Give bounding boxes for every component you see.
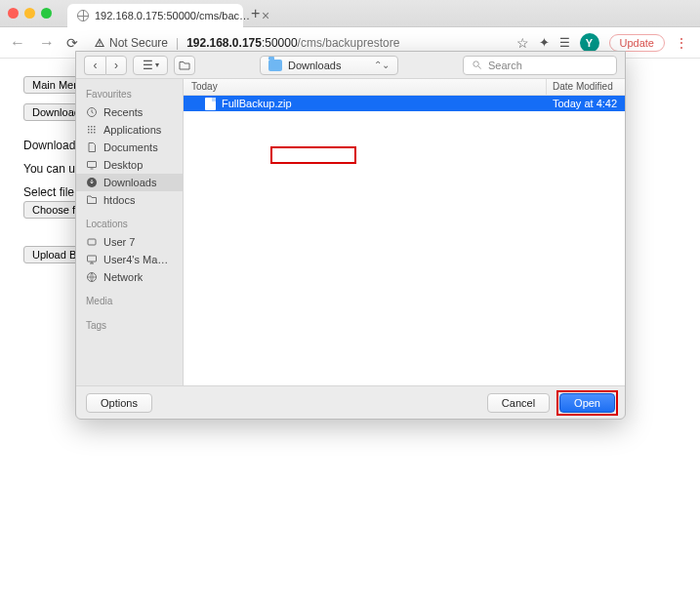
maximize-window-button[interactable]: [41, 8, 52, 19]
sidebar-loc-network[interactable]: Network: [76, 268, 183, 286]
file-icon: [205, 98, 216, 110]
not-secure-label: Not Secure: [109, 36, 168, 50]
close-tab-icon[interactable]: ×: [262, 8, 269, 23]
bookmark-icon[interactable]: ☆: [516, 35, 529, 51]
extensions-icon[interactable]: ✦: [539, 35, 550, 50]
sidebar-fav-htdocs[interactable]: htdocs: [76, 191, 183, 209]
back-button[interactable]: ←: [8, 34, 27, 52]
update-button[interactable]: Update: [609, 34, 665, 52]
globe-icon: [77, 10, 89, 21]
column-date[interactable]: Date Modified: [547, 79, 625, 95]
location-label: Downloads: [288, 60, 341, 71]
search-icon: [472, 60, 482, 70]
sidebar-heading-tags: Tags: [76, 316, 183, 335]
close-window-button[interactable]: [8, 8, 19, 19]
dialog-search-field[interactable]: Search: [463, 56, 617, 75]
sidebar-loc-user-7[interactable]: User 7: [76, 233, 183, 251]
file-list: Today Date Modified FullBackup.zip Today…: [184, 79, 625, 385]
location-popup[interactable]: Downloads ⌃⌄: [260, 56, 398, 75]
sidebar-item-label: Applications: [103, 124, 161, 136]
url-separator: |: [176, 36, 179, 50]
sidebar-heading-favourites: Favourites: [76, 85, 183, 103]
toolbar-right: ☆ ✦ ☰ Y Update ⋮: [516, 33, 688, 53]
sidebar-item-label: Network: [103, 271, 143, 283]
download-icon: [86, 177, 98, 188]
file-list-header: Today Date Modified: [184, 79, 625, 96]
menu-icon[interactable]: ⋮: [675, 35, 688, 51]
file-open-dialog: ‹ › ☰ ▾ Downloads ⌃⌄ Search Favourites R…: [75, 51, 626, 420]
view-mode-button[interactable]: ☰ ▾: [133, 56, 168, 75]
security-indicator[interactable]: Not Secure: [94, 36, 168, 50]
open-button[interactable]: Open: [559, 393, 615, 413]
forward-button[interactable]: →: [37, 34, 57, 52]
disk-icon: [86, 236, 98, 248]
options-button[interactable]: Options: [86, 393, 152, 413]
monitor-icon: [86, 254, 98, 265]
desktop-icon: [86, 159, 98, 171]
sidebar-fav-documents[interactable]: Documents: [76, 139, 183, 156]
sidebar-item-label: Desktop: [103, 159, 143, 171]
sidebar-loc-user4-s-mac-m-[interactable]: User4's Mac m…: [76, 251, 183, 268]
reload-button[interactable]: ⟳: [66, 35, 78, 51]
svg-rect-3: [88, 162, 97, 168]
warning-icon: [94, 37, 105, 49]
nav-forward-button[interactable]: ›: [105, 56, 127, 75]
globe-icon: [86, 271, 98, 283]
sidebar-heading-media: Media: [76, 292, 183, 310]
address-bar[interactable]: Not Secure | 192.168.0.175:50000/cms/bac…: [88, 36, 507, 50]
sidebar-fav-desktop[interactable]: Desktop: [76, 156, 183, 174]
sidebar-fav-applications[interactable]: Applications: [76, 121, 183, 139]
search-placeholder: Search: [488, 60, 522, 71]
svg-line-1: [478, 66, 481, 69]
svg-point-0: [474, 61, 479, 67]
svg-rect-6: [88, 256, 97, 262]
clock-icon: [86, 106, 98, 118]
sidebar-item-label: User 7: [103, 236, 135, 248]
sidebar-item-label: Documents: [103, 141, 158, 153]
file-date: Today at 4:42: [547, 98, 625, 109]
file-row-selected[interactable]: FullBackup.zip Today at 4:42: [184, 96, 625, 111]
minimize-window-button[interactable]: [24, 8, 35, 19]
tab-title: 192.168.0.175:50000/cms/bac…: [95, 10, 250, 21]
profile-avatar[interactable]: Y: [580, 33, 599, 53]
dialog-main: Favourites RecentsApplicationsDocumentsD…: [76, 79, 625, 385]
chevron-updown-icon: ⌃⌄: [374, 60, 390, 70]
sidebar-heading-locations: Locations: [76, 215, 183, 233]
file-name: FullBackup.zip: [222, 98, 292, 109]
url-text: 192.168.0.175:50000/cms/backuprestore: [186, 36, 399, 50]
nav-back-button[interactable]: ‹: [84, 56, 105, 75]
sidebar-item-label: User4's Mac m…: [103, 254, 173, 265]
folder-icon: [86, 194, 98, 206]
new-tab-button[interactable]: +: [251, 5, 260, 22]
doc-icon: [86, 141, 98, 153]
dialog-toolbar: ‹ › ☰ ▾ Downloads ⌃⌄ Search: [76, 52, 625, 79]
dialog-sidebar: Favourites RecentsApplicationsDocumentsD…: [76, 79, 184, 385]
sidebar-fav-recents[interactable]: Recents: [76, 103, 183, 121]
dialog-footer: Options Cancel Open: [76, 385, 625, 419]
svg-rect-5: [88, 239, 96, 245]
reading-list-icon[interactable]: ☰: [559, 36, 570, 50]
column-name[interactable]: Today: [184, 79, 547, 95]
sidebar-item-label: Downloads: [103, 177, 156, 188]
sidebar-fav-downloads[interactable]: Downloads: [76, 174, 183, 191]
browser-tab[interactable]: 192.168.0.175:50000/cms/bac… ×: [67, 4, 243, 27]
sidebar-item-label: Recents: [103, 106, 143, 118]
browser-titlebar: 192.168.0.175:50000/cms/bac… × +: [0, 0, 700, 27]
nav-segment: ‹ ›: [84, 56, 127, 75]
cancel-button[interactable]: Cancel: [487, 393, 550, 413]
folder-icon: [268, 60, 282, 71]
folder-up-icon[interactable]: [174, 56, 195, 75]
apps-icon: [86, 124, 98, 136]
sidebar-item-label: htdocs: [103, 194, 135, 206]
window-controls: [8, 8, 52, 19]
